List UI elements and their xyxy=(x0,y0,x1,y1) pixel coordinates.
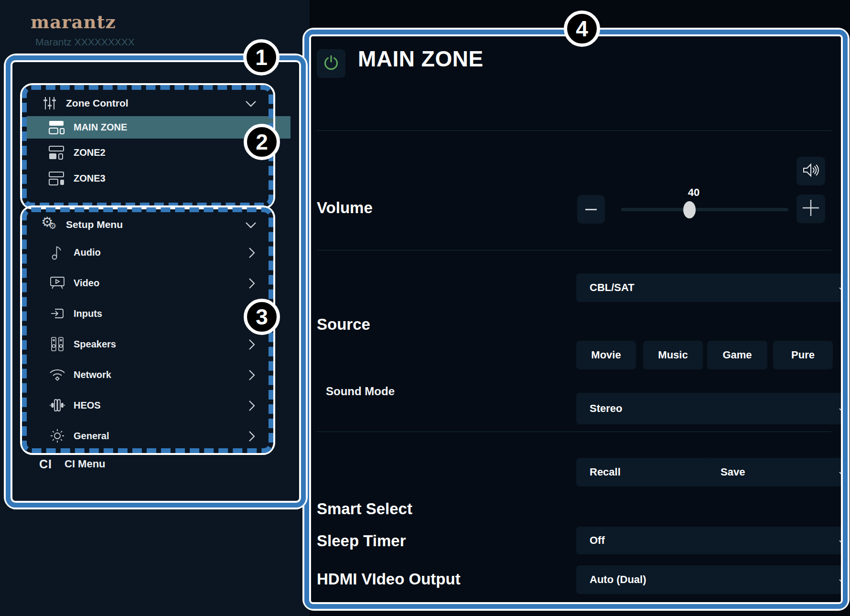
divider xyxy=(317,432,831,432)
sound-mode-movie-button[interactable]: Movie xyxy=(576,341,636,369)
source-value: CBL/SAT xyxy=(590,281,635,294)
sidebar-item-audio[interactable]: Audio xyxy=(28,240,262,265)
sidebar-item-ci-menu[interactable]: CI CI Menu xyxy=(28,453,262,475)
source-select[interactable]: CBL/SAT xyxy=(576,273,841,302)
faders-icon xyxy=(40,96,59,110)
sidebar-item-zone3[interactable]: ZONE3 xyxy=(27,167,291,190)
wifi-icon xyxy=(49,368,66,381)
volume-label: Volume xyxy=(317,199,373,217)
page-title: MAIN ZONE xyxy=(358,46,484,72)
callout-4: 4 xyxy=(564,11,600,47)
zone3-icon xyxy=(49,172,65,186)
sidebar-item-label: MAIN ZONE xyxy=(74,122,127,133)
sidebar-item-inputs[interactable]: Inputs xyxy=(28,301,262,326)
volume-value: 40 xyxy=(679,186,708,199)
chevron-down-icon xyxy=(839,406,841,415)
sidebar-item-label: Video xyxy=(74,278,99,289)
hdmi-video-output-select[interactable]: Auto (Dual) xyxy=(576,565,841,594)
divider xyxy=(317,250,831,250)
chevron-down-icon xyxy=(839,538,841,547)
callout-1: 1 xyxy=(243,39,280,76)
sidebar-item-heos[interactable]: HEOS xyxy=(28,393,262,418)
sidebar-item-label: ZONE3 xyxy=(74,173,106,184)
mute-button[interactable] xyxy=(796,157,825,185)
chevron-right-icon xyxy=(249,400,255,413)
save-value: Save xyxy=(721,466,745,478)
chevron-right-icon xyxy=(249,339,255,352)
callout-3: 3 xyxy=(244,299,280,335)
zone-control-header[interactable]: Zone Control xyxy=(28,92,263,115)
chevron-down-icon xyxy=(246,222,256,230)
speakers-icon xyxy=(49,336,66,352)
hdmi-video-output-label: HDMI VIdeo Output xyxy=(317,570,461,588)
sidebar-item-video[interactable]: Video xyxy=(28,270,262,295)
sidebar-item-label: CI Menu xyxy=(65,458,106,470)
gear-icon xyxy=(49,428,66,443)
input-arrow-icon xyxy=(49,307,66,320)
zone2-icon xyxy=(49,146,65,160)
sound-mode-pure-button[interactable]: Pure xyxy=(773,341,833,369)
sidebar-item-label: ZONE2 xyxy=(74,147,106,158)
page: marantz Marantz XXXXXXXXX Zone Control xyxy=(0,0,850,616)
heos-icon xyxy=(49,398,66,412)
smart-select-label: Smart Select xyxy=(317,500,412,518)
sidebar-item-network[interactable]: Network xyxy=(28,362,262,387)
volume-slider-handle[interactable] xyxy=(683,201,696,218)
chevron-right-icon xyxy=(249,278,255,291)
sidebar-item-label: General xyxy=(74,431,109,442)
sound-mode-value: Stereo xyxy=(590,402,622,415)
chevron-down-icon xyxy=(839,470,841,478)
sound-mode-game-button[interactable]: Game xyxy=(707,341,767,369)
model-name: Marantz XXXXXXXXX xyxy=(35,36,135,48)
marantz-logo: marantz xyxy=(31,11,116,32)
sleep-timer-value: Off xyxy=(590,534,605,547)
sidebar-item-label: HEOS xyxy=(74,400,101,411)
main-zone-panel: MAIN ZONE Volume 40 xyxy=(302,28,850,611)
gears-icon: ⚙⚙ xyxy=(40,216,59,233)
zone-control-label: Zone Control xyxy=(66,97,129,109)
volume-down-button[interactable] xyxy=(577,195,605,224)
power-icon xyxy=(323,54,340,73)
sound-mode-music-button[interactable]: Music xyxy=(643,341,703,369)
main-zone-icon xyxy=(49,120,65,135)
sleep-timer-label: Sleep Timer xyxy=(317,532,406,550)
sound-mode-label: Sound Mode xyxy=(326,385,395,398)
source-label: Source xyxy=(317,315,370,334)
setup-menu-label: Setup Menu xyxy=(66,219,123,230)
sidebar-item-label: Network xyxy=(74,369,111,380)
power-button[interactable] xyxy=(317,49,345,78)
plus-icon xyxy=(802,199,820,219)
divider xyxy=(317,130,831,131)
hdmi-video-output-value: Auto (Dual) xyxy=(590,573,646,586)
chevron-right-icon xyxy=(249,431,255,443)
brand-divider xyxy=(35,54,261,55)
sidebar-item-label: Speakers xyxy=(74,339,116,350)
setup-menu-header[interactable]: ⚙⚙ Setup Menu xyxy=(28,213,263,236)
smart-select-recall-select[interactable]: Recall xyxy=(576,458,730,486)
chevron-right-icon xyxy=(249,248,255,260)
callout-2: 2 xyxy=(244,124,280,160)
recall-value: Recall xyxy=(590,466,621,478)
ci-icon: CI xyxy=(39,457,52,471)
minus-icon xyxy=(585,209,597,210)
tv-icon xyxy=(49,276,66,290)
sound-mode-select[interactable]: Stereo xyxy=(576,393,841,424)
speaker-icon xyxy=(802,162,819,180)
smart-select-save-select[interactable]: Save xyxy=(707,458,841,486)
sidebar-item-label: Audio xyxy=(74,247,101,258)
volume-up-button[interactable] xyxy=(796,195,825,223)
chevron-right-icon xyxy=(249,370,255,382)
sidebar-item-general[interactable]: General xyxy=(28,423,262,448)
chevron-down-icon xyxy=(246,100,256,109)
sleep-timer-select[interactable]: Off xyxy=(576,527,841,554)
volume-slider-track[interactable] xyxy=(621,208,788,211)
chevron-down-icon xyxy=(839,285,841,294)
chevron-down-icon xyxy=(839,577,841,586)
music-note-icon xyxy=(49,245,66,260)
sidebar-item-label: Inputs xyxy=(74,308,102,319)
sidebar-item-speakers[interactable]: Speakers xyxy=(28,332,262,357)
